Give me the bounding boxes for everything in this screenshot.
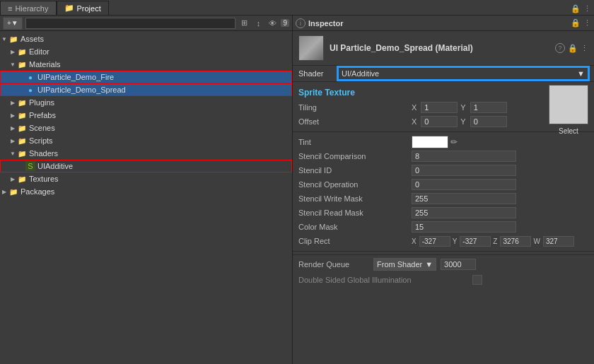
stencil-id-row: Stencil ID	[293, 163, 594, 177]
clip-rect-row: Clip Rect X Y Z W	[293, 234, 594, 248]
stencil-operation-row: Stencil Operation	[293, 177, 594, 192]
add-dropdown-icon: ▼	[11, 19, 18, 27]
hierarchy-icon: ≡	[8, 4, 12, 13]
scenes-arrow: ▶	[8, 122, 17, 134]
tab-hierarchy[interactable]: ≡ Hierarchy	[0, 1, 57, 15]
tree-item-fire[interactable]: ▶ ● UIParticle_Demo_Fire	[0, 71, 292, 83]
uiadditive-label: UIAdditive	[37, 162, 73, 170]
dsgi-checkbox[interactable]	[472, 275, 482, 285]
shaders-arrow: ▼	[8, 147, 17, 160]
tree-item-textures[interactable]: ▶ 📁 Textures	[0, 172, 292, 185]
render-queue-row: Render Queue From Shader ▼	[293, 254, 594, 274]
shader-select[interactable]: UI/Additive ▼	[338, 67, 588, 80]
color-mask-input[interactable]	[412, 221, 516, 233]
divider-2	[293, 251, 594, 252]
dsgi-row: Double Sided Global Illumination	[293, 274, 594, 286]
tree-item-shaders[interactable]: ▼ 📁 Shaders	[0, 147, 292, 160]
tree-item-packages[interactable]: ▶ 📁 Packages	[0, 185, 292, 198]
shaders-folder-icon: 📁	[17, 148, 27, 158]
assets-label: Assets	[21, 35, 44, 43]
offset-row: Offset X Y	[293, 115, 543, 129]
dsgi-label: Double Sided Global Illumination	[298, 276, 468, 284]
render-queue-select[interactable]: From Shader ▼	[373, 258, 436, 271]
shader-label: Shader	[298, 69, 334, 78]
tiling-x-input[interactable]	[421, 102, 458, 113]
spread-label: UIParticle_Demo_Spread	[37, 86, 126, 94]
tiling-y-input[interactable]	[470, 102, 507, 113]
material-header-icons: ? 🔒 ⋮	[555, 43, 588, 53]
tint-row: Tint ✏	[293, 135, 594, 149]
eyedropper-icon[interactable]: ✏	[450, 137, 458, 147]
inspector-panel: i Inspector 🔒 ⋮ UI Particle_Demo_Spread …	[293, 16, 594, 364]
help-icon: ?	[555, 43, 565, 53]
color-mask-row: Color Mask	[293, 220, 594, 234]
shader-dropdown-arrow: ▼	[577, 69, 585, 78]
editor-label: Editor	[29, 47, 50, 56]
search-input[interactable]	[25, 18, 236, 29]
tree-item-plugins[interactable]: ▶ 📁 Plugins	[0, 96, 292, 109]
tree-item-editor[interactable]: ▶ 📁 Editor	[0, 45, 292, 58]
scenes-folder-icon: 📁	[17, 123, 27, 133]
render-queue-value-input[interactable]	[441, 259, 476, 270]
stencil-write-mask-input[interactable]	[412, 193, 516, 204]
tree-item-scenes[interactable]: ▶ 📁 Scenes	[0, 122, 292, 134]
tree-item-spread[interactable]: ▶ ● UIParticle_Demo_Spread	[0, 83, 292, 96]
clip-z-input[interactable]	[500, 236, 531, 247]
inspector-header: i Inspector 🔒 ⋮	[293, 16, 594, 31]
tree-item-uiadditive[interactable]: ▶ S UIAdditive	[0, 160, 292, 172]
textures-folder-icon: 📁	[17, 174, 27, 184]
sort-icon[interactable]: ↕	[252, 18, 264, 29]
left-panel: + ▼ ⊞ ↕ 👁 9 ▼ 📁 Assets	[0, 16, 293, 364]
offset-y-input[interactable]	[470, 116, 507, 127]
stencil-id-input[interactable]	[412, 165, 516, 176]
material-lock-icon: 🔒	[568, 44, 578, 53]
material-header: UI Particle_Demo_Spread (Material) ? 🔒 ⋮	[293, 31, 594, 66]
materials-arrow: ▼	[8, 58, 17, 71]
stencil-write-mask-row: Stencil Write Mask	[293, 192, 594, 206]
textures-label: Textures	[29, 175, 59, 183]
prefabs-folder-icon: 📁	[17, 110, 27, 120]
tree-item-assets[interactable]: ▼ 📁 Assets	[0, 33, 292, 45]
stencil-operation-input[interactable]	[412, 179, 516, 190]
scripts-arrow: ▶	[8, 134, 17, 147]
inspector-icon-group: 🔒 ⋮	[571, 18, 591, 28]
scenes-label: Scenes	[29, 124, 55, 132]
add-button[interactable]: + ▼	[3, 17, 23, 30]
fire-label: UIParticle_Demo_Fire	[37, 73, 114, 81]
stencil-read-mask-row: Stencil Read Mask	[293, 206, 594, 220]
filter-icon[interactable]: ⊞	[238, 18, 250, 29]
offset-x-input[interactable]	[421, 116, 458, 127]
prefabs-arrow: ▶	[8, 109, 17, 122]
lock-icon: 🔒	[571, 4, 581, 13]
tree-item-materials[interactable]: ▼ 📁 Materials	[0, 58, 292, 71]
offset-label: Offset	[298, 117, 412, 126]
tint-color-box[interactable]	[412, 136, 448, 148]
eye-icon[interactable]: 👁	[267, 18, 278, 29]
more-icon[interactable]: ⋮	[583, 4, 591, 13]
material-more-icon[interactable]: ⋮	[581, 44, 588, 53]
inspector-info-icon: i	[296, 18, 305, 28]
stencil-read-mask-input[interactable]	[412, 207, 516, 218]
top-tab-icons: 🔒 ⋮	[571, 4, 594, 15]
tree-item-scripts[interactable]: ▶ 📁 Scripts	[0, 134, 292, 147]
properties-area: Sprite Texture Tiling X Y Offset	[293, 82, 594, 364]
shader-value: UI/Additive	[342, 69, 379, 78]
shaders-label: Shaders	[29, 149, 58, 158]
fire-material-icon: ●	[25, 72, 35, 82]
clip-x-input[interactable]	[419, 236, 450, 247]
tab-project[interactable]: 📁 Project	[57, 1, 109, 15]
offset-values: X Y	[412, 116, 507, 127]
tree-item-prefabs[interactable]: ▶ 📁 Prefabs	[0, 109, 292, 122]
stencil-comparison-row: Stencil Comparison	[293, 149, 594, 163]
packages-label: Packages	[21, 187, 54, 196]
material-name: UI Particle_Demo_Spread (Material)	[330, 43, 549, 53]
tab-project-label: Project	[77, 4, 101, 13]
materials-folder-icon: 📁	[17, 59, 27, 69]
file-tree: ▼ 📁 Assets ▶ 📁 Editor ▼ 📁 Materials	[0, 31, 292, 364]
select-label[interactable]: Select	[549, 127, 588, 135]
editor-arrow: ▶	[8, 45, 17, 58]
inspector-more-icon[interactable]: ⋮	[583, 18, 591, 28]
stencil-comparison-input[interactable]	[412, 151, 516, 162]
clip-y-input[interactable]	[460, 236, 491, 247]
clip-w-input[interactable]	[543, 236, 574, 247]
